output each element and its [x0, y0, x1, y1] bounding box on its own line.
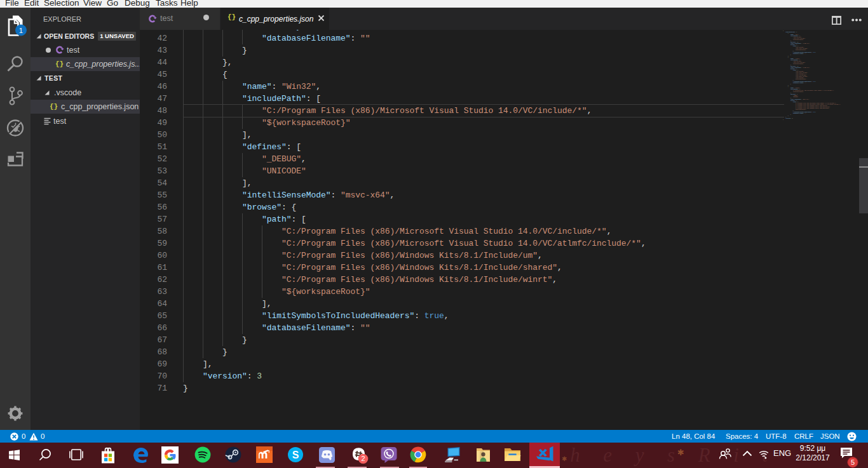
svg-text:S: S: [292, 450, 299, 460]
svg-text:5: 5: [851, 458, 855, 466]
svg-text:1: 1: [19, 27, 23, 34]
svg-text:2: 2: [361, 455, 365, 462]
